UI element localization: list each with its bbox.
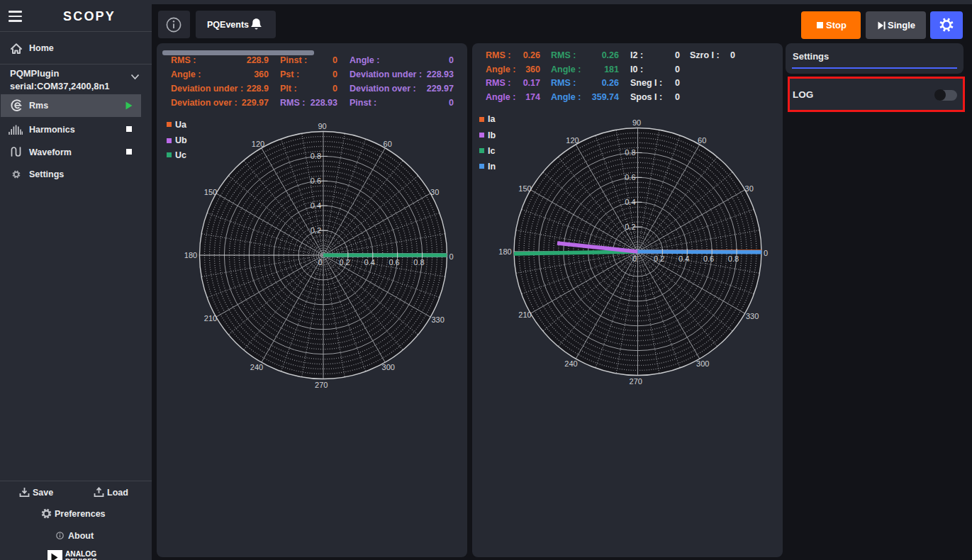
- svg-text:0: 0: [764, 249, 768, 257]
- svg-text:0.4: 0.4: [678, 254, 689, 263]
- svg-text:0: 0: [449, 252, 453, 261]
- svg-text:0.2: 0.2: [654, 254, 664, 263]
- svg-text:60: 60: [384, 140, 392, 148]
- svg-text:300: 300: [382, 363, 395, 371]
- svg-text:240: 240: [564, 359, 577, 368]
- svg-text:0.6: 0.6: [311, 177, 321, 185]
- svg-text:0.4: 0.4: [625, 198, 635, 206]
- svg-text:330: 330: [431, 315, 444, 324]
- svg-text:240: 240: [250, 363, 263, 371]
- svg-text:270: 270: [630, 377, 642, 386]
- svg-text:0.8: 0.8: [625, 148, 635, 157]
- svg-text:0.6: 0.6: [703, 254, 714, 263]
- svg-text:300: 300: [696, 359, 709, 368]
- svg-text:0.6: 0.6: [625, 173, 635, 181]
- svg-text:150: 150: [204, 188, 217, 196]
- svg-text:180: 180: [498, 247, 511, 256]
- svg-text:30: 30: [745, 184, 754, 193]
- svg-text:0: 0: [318, 258, 322, 267]
- svg-text:120: 120: [566, 136, 579, 145]
- svg-text:0.8: 0.8: [311, 152, 321, 160]
- svg-text:0.4: 0.4: [311, 201, 321, 210]
- svg-text:0.8: 0.8: [728, 254, 739, 263]
- svg-text:270: 270: [315, 381, 328, 389]
- svg-text:330: 330: [746, 312, 759, 320]
- svg-text:0: 0: [632, 254, 637, 263]
- svg-text:210: 210: [518, 310, 531, 319]
- svg-text:0.2: 0.2: [625, 223, 635, 231]
- svg-text:0.2: 0.2: [311, 226, 321, 235]
- svg-text:180: 180: [184, 251, 197, 259]
- svg-text:DEVICES: DEVICES: [65, 558, 97, 560]
- svg-text:60: 60: [698, 136, 706, 145]
- svg-text:0.8: 0.8: [413, 258, 424, 267]
- svg-text:150: 150: [518, 184, 531, 193]
- svg-text:0.2: 0.2: [340, 258, 350, 267]
- svg-text:30: 30: [430, 188, 439, 196]
- svg-text:0.4: 0.4: [364, 258, 375, 267]
- svg-text:90: 90: [318, 122, 326, 130]
- svg-text:90: 90: [632, 118, 641, 127]
- svg-text:0.6: 0.6: [389, 258, 399, 267]
- svg-text:ANALOG: ANALOG: [65, 550, 96, 558]
- svg-text:210: 210: [204, 314, 217, 323]
- svg-text:120: 120: [252, 140, 264, 148]
